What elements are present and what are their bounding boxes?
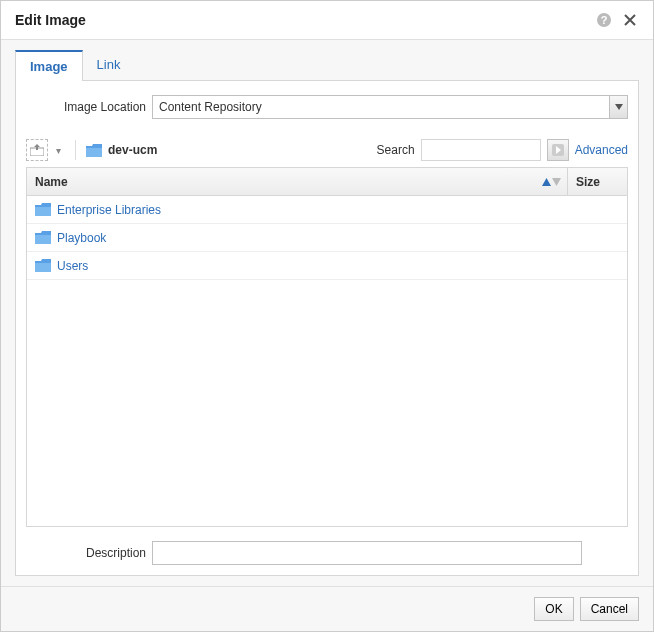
chevron-down-icon[interactable] xyxy=(609,96,627,118)
image-location-label: Image Location xyxy=(26,100,146,114)
folder-icon xyxy=(35,203,51,216)
description-row: Description xyxy=(26,541,628,565)
help-icon[interactable]: ? xyxy=(595,11,613,29)
edit-image-dialog: Edit Image ? Image Link Image Location C… xyxy=(0,0,654,632)
folder-icon xyxy=(86,144,102,157)
sort-asc-icon xyxy=(542,178,551,186)
tab-image[interactable]: Image xyxy=(15,50,83,81)
search-go-button[interactable] xyxy=(547,139,569,161)
table-body: Enterprise Libraries Playbook Users xyxy=(27,196,627,526)
title-bar: Edit Image ? xyxy=(1,1,653,40)
browser-toolbar: ▾ dev-ucm Search Advanced xyxy=(26,133,628,167)
nav-history: ▾ xyxy=(26,139,65,161)
column-name[interactable]: Name xyxy=(27,175,567,189)
folder-link[interactable]: Users xyxy=(57,259,88,273)
svg-text:?: ? xyxy=(601,14,608,26)
close-icon[interactable] xyxy=(621,11,639,29)
separator xyxy=(75,140,76,160)
column-size[interactable]: Size xyxy=(567,168,627,195)
tabs: Image Link xyxy=(15,50,639,81)
table-header: Name Size xyxy=(27,168,627,196)
description-label: Description xyxy=(26,546,146,560)
image-location-select[interactable]: Content Repository xyxy=(152,95,628,119)
cancel-button[interactable]: Cancel xyxy=(580,597,639,621)
content-area: Image Link Image Location Content Reposi… xyxy=(1,40,653,586)
nav-up-icon[interactable] xyxy=(26,139,48,161)
folder-link[interactable]: Enterprise Libraries xyxy=(57,203,161,217)
advanced-search-link[interactable]: Advanced xyxy=(575,143,628,157)
dialog-footer: OK Cancel xyxy=(1,586,653,631)
folder-link[interactable]: Playbook xyxy=(57,231,106,245)
breadcrumb[interactable]: dev-ucm xyxy=(86,143,157,157)
folder-icon xyxy=(35,259,51,272)
table-row[interactable]: Enterprise Libraries xyxy=(27,196,627,224)
breadcrumb-label: dev-ucm xyxy=(108,143,157,157)
tab-link[interactable]: Link xyxy=(83,50,135,80)
table-row[interactable]: Playbook xyxy=(27,224,627,252)
sort-icons[interactable] xyxy=(542,178,561,186)
sort-desc-icon xyxy=(552,178,561,186)
image-location-value: Content Repository xyxy=(159,100,609,114)
image-location-row: Image Location Content Repository xyxy=(26,95,628,119)
search-input[interactable] xyxy=(421,139,541,161)
search-label: Search xyxy=(377,143,415,157)
image-panel: Image Location Content Repository ▾ xyxy=(15,81,639,576)
folder-icon xyxy=(35,231,51,244)
description-input[interactable] xyxy=(152,541,582,565)
nav-history-dropdown-icon[interactable]: ▾ xyxy=(52,145,65,156)
arrow-right-icon xyxy=(552,144,564,156)
ok-button[interactable]: OK xyxy=(534,597,573,621)
table-row[interactable]: Users xyxy=(27,252,627,280)
file-table: Name Size Enterprise Libraries xyxy=(26,167,628,527)
dialog-title: Edit Image xyxy=(15,12,587,28)
